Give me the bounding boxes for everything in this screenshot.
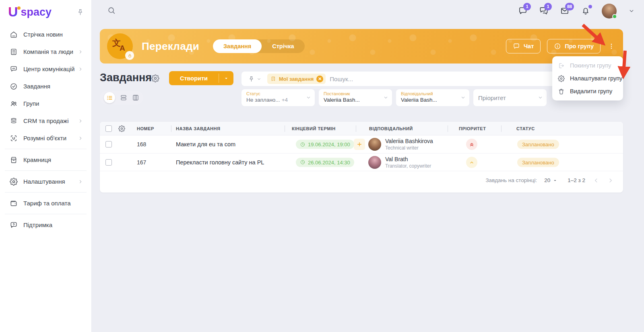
chevron-right-icon [78, 66, 83, 72]
tab-feed[interactable]: Стрічка [262, 39, 304, 53]
chip-remove-icon[interactable]: ✕ [316, 76, 323, 82]
column-header-deadline[interactable]: КІНЦЕВИЙ ТЕРМІН [292, 126, 336, 131]
profile-chevron-down-icon[interactable] [628, 7, 635, 14]
assignee-avatar [368, 138, 381, 151]
add-assignee-button[interactable] [354, 139, 365, 150]
sidebar-menu: Стрічка новин Компанія та люди Центр ком… [0, 26, 91, 234]
filter-assignee[interactable]: Відповідальний Valeriia Bash... [396, 89, 469, 106]
task-title[interactable]: Перекласти головну сайту на PL [176, 159, 264, 166]
chat-notifications-button[interactable]: 1 [518, 6, 528, 16]
chevron-right-icon [78, 135, 83, 141]
sidebar-item-smart-objects[interactable]: Розумні об'єкти [0, 129, 91, 147]
rows-view-icon [120, 94, 127, 101]
view-list-button[interactable] [104, 92, 115, 103]
filter-priority[interactable]: Пріоритет [473, 89, 547, 106]
chat-badge: 1 [523, 3, 531, 10]
row-checkbox[interactable] [105, 159, 112, 166]
sidebar-item-tasks[interactable]: Завдання [0, 78, 91, 95]
groups-icon [10, 100, 18, 108]
group-chat-notifications-button[interactable]: 1 [539, 6, 549, 16]
assignee-name[interactable]: Valeriia Bashkirova [385, 138, 433, 144]
filter-chip-my-tasks[interactable]: Мої завдання ✕ [267, 74, 326, 84]
smart-objects-icon [10, 134, 18, 142]
columns-view-icon [132, 94, 139, 101]
task-title[interactable]: Макети для eu та com [176, 141, 235, 148]
chevron-down-icon [383, 94, 389, 100]
view-rows-button[interactable] [120, 94, 127, 101]
column-header-priority[interactable]: ПРІОРИТЕТ [459, 126, 486, 131]
clock-icon [300, 160, 305, 165]
sidebar-item-communications[interactable]: Центр комунікацій [0, 60, 91, 78]
translate-icon-letter: A [120, 44, 125, 53]
sidebar-item-marketplace[interactable]: Крамниця [0, 151, 91, 168]
chevron-right-icon [78, 179, 83, 184]
divider [448, 125, 448, 132]
filter-author[interactable]: Постановник Valeriia Bash... [319, 89, 392, 106]
bell-button[interactable] [581, 6, 590, 16]
table-row[interactable]: 168 Макети для eu та com 19.06.2024, 19:… [100, 135, 623, 154]
per-page-label: Завдань на сторінці: [485, 177, 537, 183]
create-task-button[interactable]: Створити [169, 71, 233, 85]
column-header-assignee[interactable]: ВІДПОВІДАЛЬНИЙ [369, 126, 413, 131]
deadline-badge: 19.06.2024, 19:00 [296, 140, 354, 149]
leave-icon [558, 62, 565, 69]
status-badge: Заплановано [517, 140, 559, 149]
select-all-checkbox[interactable] [105, 125, 112, 132]
sidebar-item-newsfeed[interactable]: Стрічка новин [0, 26, 91, 43]
group-context-menu: Покинути групу Налаштувати групу Видалит… [552, 56, 623, 100]
table-row[interactable]: 167 Перекласти головну сайту на PL 26.06… [100, 154, 623, 171]
sidebar-pin-button[interactable] [76, 8, 84, 16]
pagination-prev-icon[interactable] [592, 177, 600, 184]
column-header-status[interactable]: СТАТУС [516, 126, 535, 131]
assignee-name[interactable]: Val Brath [385, 156, 431, 162]
tab-tasks[interactable]: Завдання [213, 39, 262, 53]
menu-item-configure-group[interactable]: Налаштувати групу [552, 72, 623, 85]
group-kebab-menu-icon[interactable] [607, 41, 616, 51]
crm-icon [10, 117, 18, 125]
priority-medium-icon [466, 157, 477, 168]
create-caret-down-icon[interactable] [219, 71, 233, 85]
assignee-avatar [368, 156, 381, 169]
sidebar-item-support[interactable]: Підтримка [0, 216, 91, 234]
column-header-number[interactable]: НОМЕР [137, 126, 154, 131]
menu-item-delete-group[interactable]: Видалити групу [552, 85, 623, 98]
pin-icon [248, 76, 255, 82]
row-checkbox[interactable] [105, 141, 112, 148]
sidebar-item-label: Компанія та люди [23, 48, 73, 55]
annotation-arrow-to-configure [623, 51, 625, 75]
sidebar-item-label: Тариф та оплата [23, 200, 71, 207]
view-columns-button[interactable] [132, 94, 139, 101]
table-settings-gear-icon[interactable] [118, 125, 125, 132]
per-page-select[interactable]: 20 [544, 177, 558, 183]
sidebar-item-billing[interactable]: Тариф та оплата [0, 195, 91, 212]
plus-icon [356, 141, 363, 148]
divider [171, 125, 171, 132]
tasks-settings-gear-icon[interactable] [151, 74, 159, 82]
sidebar-item-label: Групи [23, 100, 39, 107]
about-group-button[interactable]: Про групу [547, 39, 601, 53]
sidebar-item-groups[interactable]: Групи [0, 95, 91, 112]
search-icon[interactable] [107, 6, 116, 15]
divider [356, 125, 356, 132]
sidebar: Uspacy Стрічка новин Компанія та люди Це… [0, 0, 92, 332]
user-avatar[interactable] [602, 4, 617, 18]
chevron-right-icon [78, 118, 83, 124]
caret-down-icon [552, 178, 558, 183]
chevron-down-icon [537, 94, 543, 100]
sidebar-item-settings[interactable]: Налаштування [0, 173, 91, 190]
column-header-title[interactable]: НАЗВА ЗАВДАННЯ [176, 126, 220, 131]
menu-item-leave-group[interactable]: Покинути групу [552, 59, 623, 72]
status-badge: Заплановано [517, 158, 559, 167]
group-chat-button[interactable]: Чат [506, 39, 541, 53]
mail-notifications-button[interactable]: 88 [560, 6, 570, 16]
priority-high-icon [466, 139, 477, 150]
sidebar-item-crm[interactable]: CRM та продажі [0, 112, 91, 129]
pinned-filters-button[interactable] [246, 76, 264, 82]
filter-status[interactable]: Статус Не заплано...+4 [242, 89, 315, 106]
wallet-icon [10, 199, 18, 207]
uspacy-logo[interactable]: Uspacy [8, 6, 52, 18]
sidebar-item-label: Завдання [23, 83, 50, 90]
pagination-next-icon[interactable] [607, 177, 614, 184]
clock-icon [300, 141, 305, 147]
sidebar-item-company[interactable]: Компанія та люди [0, 43, 91, 60]
